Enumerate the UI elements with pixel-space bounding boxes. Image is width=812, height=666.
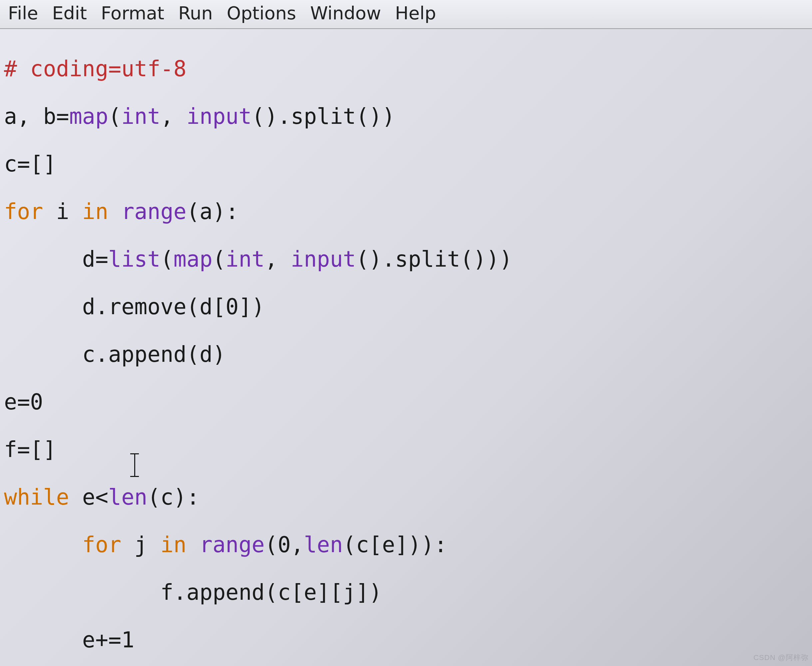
code-line: # coding=utf-8 [4,57,808,81]
menu-file[interactable]: File [8,3,38,24]
menu-help[interactable]: Help [395,3,436,24]
menu-options[interactable]: Options [227,3,296,24]
code-line: while e<len(c): [4,485,808,509]
code-line: f=[] [4,438,808,462]
code-line: d=list(map(int, input().split())) [4,247,808,271]
watermark: CSDN @阿梓弥 [753,653,809,663]
code-line: a, b=map(int, input().split()) [4,104,808,129]
code-line: c.append(d) [4,343,808,366]
code-line: d.remove(d[0]) [4,295,808,319]
menu-format[interactable]: Format [101,3,164,24]
code-line: for i in range(a): [4,200,808,224]
menu-run[interactable]: Run [178,3,213,24]
menu-edit[interactable]: Edit [52,3,87,24]
code-editor[interactable]: # coding=utf-8 a, b=map(int, input().spl… [0,29,812,666]
menu-window[interactable]: Window [310,3,381,24]
menubar: File Edit Format Run Options Window Help [0,0,812,29]
code-line: f.append(c[e][j]) [4,580,808,605]
code-line: e+=1 [4,628,808,652]
code-line: for j in range(0,len(c[e])): [4,533,808,557]
code-line: e=0 [4,390,808,414]
code-line: c=[] [4,152,808,176]
